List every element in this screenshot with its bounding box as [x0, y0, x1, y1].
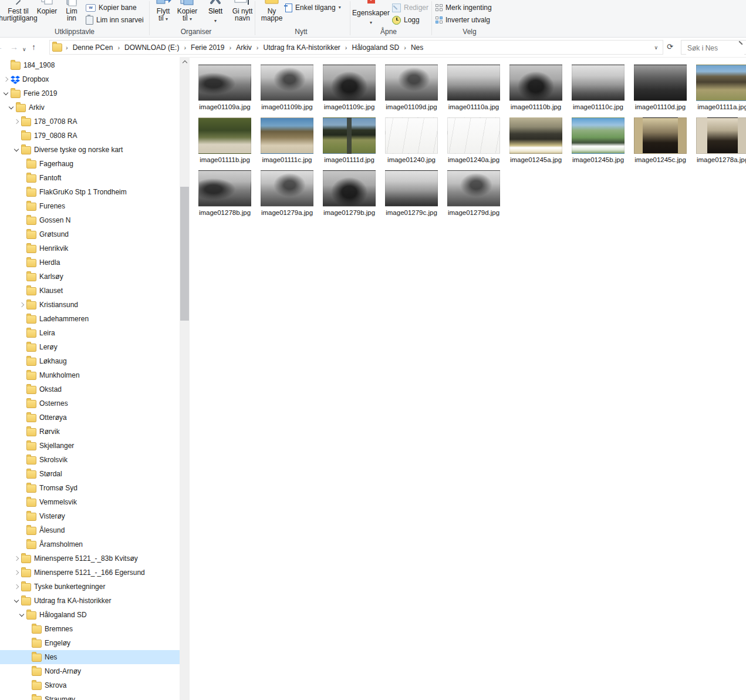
tree-collapse-chevron-icon[interactable]	[12, 145, 21, 154]
address-dropdown-chevron-icon[interactable]: ∨	[654, 45, 660, 51]
file-item-image01109a-jpg[interactable]: image01109a.jpg	[194, 63, 256, 116]
file-thumbnail[interactable]	[696, 65, 746, 101]
file-thumbnail[interactable]	[572, 65, 625, 101]
file-item-image01279d-jpg[interactable]: image01279d.jpg	[443, 169, 505, 222]
tree-item-skrova[interactable]: Skrova	[0, 678, 180, 692]
file-thumbnail[interactable]	[447, 65, 500, 101]
breadcrumb-item-denne-pcen[interactable]: Denne PCen	[69, 43, 117, 52]
file-item-image01279c-jpg[interactable]: image01279c.jpg	[380, 169, 443, 222]
file-thumbnail[interactable]	[385, 117, 438, 154]
tree-item-flakgruko-stp-1-trondheim[interactable]: FlakGruKo Stp 1 Trondheim	[0, 185, 180, 199]
refresh-icon[interactable]: ⟳	[667, 42, 673, 51]
rename-button[interactable]: Gi nyttnavn	[228, 0, 257, 27]
file-thumbnail[interactable]	[634, 117, 687, 154]
tree-item-engel-y[interactable]: Engeløy	[0, 636, 180, 650]
file-thumbnail[interactable]	[261, 117, 313, 154]
file-thumbnail[interactable]	[198, 117, 251, 154]
breadcrumb-item-ferie-2019[interactable]: Ferie 2019	[187, 43, 228, 52]
tree-item-gossen-n[interactable]: Gossen N	[0, 213, 180, 227]
tree-item-l-khaug[interactable]: Løkhaug	[0, 354, 180, 368]
up-button[interactable]: ↑	[32, 41, 36, 53]
tree-expand-chevron-icon[interactable]	[12, 117, 21, 126]
tree-item-vemmelsvik[interactable]: Vemmelsvik	[0, 495, 180, 509]
tree-item-arkiv[interactable]: Arkiv	[0, 100, 180, 115]
file-item-image01240-jpg[interactable]: image01240.jpg	[380, 116, 443, 169]
file-item-image01245c-jpg[interactable]: image01245c.jpg	[629, 116, 691, 169]
tree-item-otter-ya[interactable]: Otterøya	[0, 410, 180, 425]
breadcrumb-item-nes[interactable]: Nes	[407, 43, 427, 52]
tree-item-skjellanger[interactable]: Skjellanger	[0, 439, 180, 453]
back-button[interactable]: ←	[0, 41, 3, 53]
tree-item-184-1908[interactable]: 184_1908	[0, 58, 180, 72]
easy-access-button[interactable]: Enkel tilgang ▾	[285, 2, 341, 14]
paste-shortcut-button[interactable]: Lim inn snarvei	[86, 14, 144, 26]
breadcrumb-item-download-e[interactable]: DOWNLOAD (E:)	[120, 43, 183, 52]
tree-item-lesund[interactable]: Ålesund	[0, 523, 180, 537]
tree-item-furenes[interactable]: Furenes	[0, 199, 180, 213]
tree-item-ler-y[interactable]: Lerøy	[0, 340, 180, 354]
copy-path-button[interactable]: w Kopier bane	[86, 2, 137, 14]
tree-item-fantoft[interactable]: Fantoft	[0, 171, 180, 185]
file-item-image01240a-jpg[interactable]: image01240a.jpg	[443, 116, 505, 169]
tree-item-klauset[interactable]: Klauset	[0, 284, 180, 298]
file-item-image01110c-jpg[interactable]: image01110c.jpg	[567, 63, 629, 116]
tree-collapse-chevron-icon[interactable]	[1, 89, 11, 98]
file-item-image01110b-jpg[interactable]: image01110b.jpg	[505, 63, 567, 116]
tree-collapse-chevron-icon[interactable]	[17, 610, 26, 620]
tree-item-vister-y[interactable]: Visterøy	[0, 509, 180, 523]
file-thumbnail[interactable]	[261, 65, 313, 101]
file-item-image01278b-jpg[interactable]: image01278b.jpg	[194, 169, 256, 222]
breadcrumb-item-utdrag-fra-ka-historikker[interactable]: Utdrag fra KA-historikker	[259, 43, 344, 52]
properties-button[interactable]: Egenskaper ▾	[352, 0, 390, 27]
file-item-image01109d-jpg[interactable]: image01109d.jpg	[380, 63, 443, 116]
new-folder-button[interactable]: Nymappe	[258, 0, 285, 27]
search-input[interactable]	[686, 41, 744, 55]
file-item-image01110a-jpg[interactable]: image01110a.jpg	[443, 63, 505, 116]
tree-item-munkholmen[interactable]: Munkholmen	[0, 368, 180, 382]
tree-collapse-chevron-icon[interactable]	[12, 596, 21, 605]
file-thumbnail[interactable]	[572, 117, 625, 154]
copy-button[interactable]: Kopier	[33, 0, 61, 27]
breadcrumb-item-h-logaland-sd[interactable]: Hålogaland SD	[348, 43, 404, 52]
tree-item-h-logaland-sd[interactable]: Hålogaland SD	[0, 608, 180, 622]
tree-collapse-chevron-icon[interactable]	[6, 103, 16, 112]
tree-item-nes[interactable]: Nes	[0, 650, 180, 664]
tree-item-leira[interactable]: Leira	[0, 326, 180, 340]
file-thumbnail[interactable]	[509, 65, 562, 101]
file-item-image01279a-jpg[interactable]: image01279a.jpg	[256, 169, 318, 222]
file-thumbnail[interactable]	[323, 117, 376, 154]
tree-item-dropbox[interactable]: Dropbox	[0, 72, 180, 86]
file-item-image01245a-jpg[interactable]: image01245a.jpg	[505, 116, 567, 169]
file-thumbnail[interactable]	[447, 170, 500, 207]
file-item-image01111d-jpg[interactable]: image01111d.jpg	[318, 116, 380, 169]
tree-expand-chevron-icon[interactable]	[17, 300, 26, 309]
invert-selection-button[interactable]: Inverter utvalg	[436, 14, 490, 26]
paste-button[interactable]: Liminn	[60, 0, 83, 27]
file-thumbnail[interactable]	[696, 117, 746, 154]
recent-locations-chevron-icon[interactable]: ∨	[22, 43, 26, 55]
file-item-image01109b-jpg[interactable]: image01109b.jpg	[256, 63, 318, 116]
tree-item-tyske-bunkertegninger[interactable]: Tyske bunkertegninger	[0, 580, 180, 594]
tree-item-st-rdal[interactable]: Størdal	[0, 467, 180, 481]
file-item-image01111a-jpg[interactable]: image01111a.jpg	[691, 63, 746, 116]
tree-item-utdrag-fra-ka-historikker[interactable]: Utdrag fra KA-historikker	[0, 594, 180, 608]
tree-item-bremnes[interactable]: Bremnes	[0, 622, 180, 636]
scrollbar-thumb[interactable]	[180, 187, 189, 321]
scrollbar-up-arrow-icon[interactable]	[180, 57, 190, 67]
select-none-button[interactable]: Merk ingenting	[436, 2, 492, 14]
tree-item-henrikvik[interactable]: Henrikvik	[0, 241, 180, 255]
history-button[interactable]: Logg	[392, 14, 420, 26]
tree-item-skrolsvik[interactable]: Skrolsvik	[0, 453, 180, 467]
tree-item-r-rvik[interactable]: Rørvik	[0, 425, 180, 439]
tree-item-minensperre-5121-83b-kvits-y[interactable]: Minensperre 5121_-_83b Kvitsøy	[0, 551, 180, 566]
file-thumbnail[interactable]	[198, 170, 251, 207]
file-item-image01111b-jpg[interactable]: image01111b.jpg	[194, 116, 256, 169]
file-thumbnail[interactable]	[323, 170, 376, 207]
tree-expand-chevron-icon[interactable]	[12, 582, 21, 591]
delete-button[interactable]: Slett ▾	[203, 0, 228, 27]
file-item-image01111c-jpg[interactable]: image01111c.jpg	[256, 116, 318, 169]
tree-item-karls-y[interactable]: Karlsøy	[0, 270, 180, 284]
tree-item-straum-y[interactable]: Straumøy	[0, 692, 180, 700]
tree-item-ladehammeren[interactable]: Ladehammeren	[0, 312, 180, 326]
file-thumbnail[interactable]	[509, 117, 562, 154]
